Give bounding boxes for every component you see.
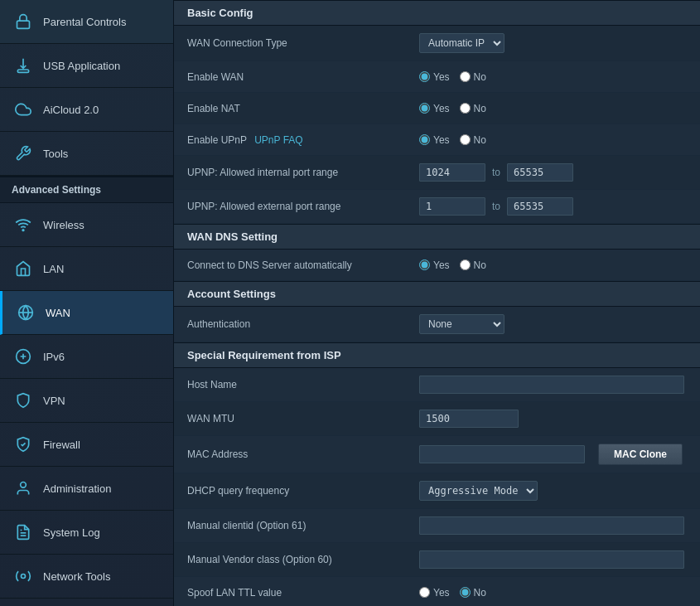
control-mac-address: MAC Clone — [419, 444, 687, 465]
radio-group-enable-upnp: Yes No — [419, 134, 486, 146]
label-wan-mtu: WAN MTU — [187, 413, 419, 424]
input-wan-mtu[interactable] — [419, 410, 519, 428]
sidebar-item-label: Firewall — [43, 439, 80, 451]
sidebar-item-system-log[interactable]: System Log — [0, 511, 173, 555]
control-manual-clientid — [419, 516, 687, 535]
label-dhcp-query-frequency: DHCP query frequency — [187, 485, 419, 497]
sidebar-item-label: USB Application — [43, 60, 120, 72]
cloud-icon — [12, 98, 35, 121]
input-upnp-external-to[interactable] — [507, 197, 573, 216]
range-separator: to — [492, 167, 500, 178]
input-mac-address[interactable] — [419, 445, 585, 463]
radio-spoof-lan-ttl-yes[interactable]: Yes — [419, 587, 450, 599]
row-enable-nat: Enable NAT Yes No — [174, 93, 700, 124]
sidebar-item-lan[interactable]: LAN — [0, 247, 173, 291]
radio-dns-auto-no[interactable]: No — [460, 259, 486, 271]
sidebar-item-label: Tools — [43, 148, 68, 160]
sidebar-item-label: LAN — [43, 263, 64, 275]
radio-dns-auto-yes[interactable]: Yes — [419, 259, 450, 271]
input-upnp-internal-from[interactable] — [419, 163, 485, 182]
sidebar-item-parental-controls[interactable]: Parental Controls — [0, 0, 173, 44]
upnp-faq-link[interactable]: UPnP FAQ — [254, 134, 302, 146]
control-authentication: None PAP CHAP MS-CHAP MS-CHAPv2 — [419, 314, 687, 334]
input-upnp-external-from[interactable] — [419, 197, 485, 216]
radio-enable-upnp-no[interactable]: No — [460, 134, 486, 146]
sidebar-item-network-tools[interactable]: Network Tools — [0, 555, 173, 599]
sidebar-item-administration[interactable]: Administration — [0, 467, 173, 511]
svg-point-1 — [22, 230, 24, 231]
shield-icon — [12, 433, 35, 456]
mac-clone-button[interactable]: MAC Clone — [598, 444, 683, 465]
input-host-name[interactable] — [419, 376, 684, 394]
svg-rect-0 — [17, 21, 30, 28]
label-host-name: Host Name — [187, 379, 419, 390]
row-upnp-internal-port: UPNP: Allowed internal port range to — [174, 156, 700, 190]
label-enable-wan: Enable WAN — [187, 71, 419, 83]
row-manual-vendor-class: Manual Vendor class (Option 60) — [174, 543, 700, 577]
radio-group-enable-wan: Yes No — [419, 71, 486, 83]
network-tools-icon — [12, 565, 35, 588]
input-manual-clientid[interactable] — [419, 516, 684, 535]
label-enable-nat: Enable NAT — [187, 103, 419, 114]
wifi-icon — [12, 213, 35, 236]
label-authentication: Authentication — [187, 318, 419, 330]
select-dhcp-query-frequency[interactable]: Aggressive Mode Normal Mode — [419, 481, 538, 501]
sidebar-item-label: Network Tools — [43, 570, 110, 583]
control-upnp-internal-port: to — [419, 163, 687, 182]
home-icon — [12, 257, 35, 280]
sidebar-item-label: Administration — [43, 482, 111, 495]
wrench-icon — [12, 142, 35, 165]
section-basic-config: Basic Config — [174, 0, 700, 26]
control-dhcp-query-frequency: Aggressive Mode Normal Mode — [419, 481, 687, 501]
label-manual-clientid: Manual clientid (Option 61) — [187, 520, 419, 531]
radio-group-connect-dns-auto: Yes No — [419, 259, 486, 271]
control-manual-vendor-class — [419, 550, 687, 569]
control-enable-nat: Yes No — [419, 103, 687, 114]
sidebar-item-label: Parental Controls — [43, 16, 126, 28]
sidebar-item-label: System Log — [43, 526, 100, 539]
sidebar-item-label: Wireless — [43, 219, 84, 231]
control-wan-connection-type: Automatic IP PPPoE Static IP PPTP L2TP — [419, 33, 687, 53]
sidebar-item-wireless[interactable]: Wireless — [0, 203, 173, 247]
row-upnp-external-port: UPNP: Allowed external port range to — [174, 190, 700, 224]
select-authentication[interactable]: None PAP CHAP MS-CHAP MS-CHAPv2 — [419, 314, 504, 334]
input-upnp-internal-to[interactable] — [507, 163, 573, 182]
row-enable-upnp: Enable UPnP UPnP FAQ Yes No — [174, 124, 700, 156]
label-upnp-internal-port: UPNP: Allowed internal port range — [187, 167, 419, 178]
row-wan-connection-type: WAN Connection Type Automatic IP PPPoE S… — [174, 26, 700, 61]
label-connect-dns-auto: Connect to DNS Server automatically — [187, 259, 419, 271]
log-icon — [12, 521, 35, 544]
vpn-icon — [12, 389, 35, 412]
row-enable-wan: Enable WAN Yes No — [174, 61, 700, 93]
section-account-settings: Account Settings — [174, 281, 700, 307]
lock-icon — [12, 10, 35, 33]
sidebar-item-aicloud[interactable]: AiCloud 2.0 — [0, 88, 173, 132]
sidebar-item-firewall[interactable]: Firewall — [0, 423, 173, 467]
sidebar-item-ipv6[interactable]: IPv6 — [0, 335, 173, 379]
sidebar-item-vpn[interactable]: VPN — [0, 379, 173, 423]
radio-enable-nat-yes[interactable]: Yes — [419, 103, 450, 114]
advanced-settings-header: Advanced Settings — [0, 176, 173, 203]
label-spoof-lan-ttl: Spoof LAN TTL value — [187, 587, 419, 599]
row-connect-dns-auto: Connect to DNS Server automatically Yes … — [174, 250, 700, 281]
radio-enable-wan-yes[interactable]: Yes — [419, 71, 450, 83]
input-manual-vendor-class[interactable] — [419, 550, 684, 569]
sidebar-item-tools[interactable]: Tools — [0, 132, 173, 176]
radio-enable-upnp-yes[interactable]: Yes — [419, 134, 450, 146]
sidebar-item-wan[interactable]: WAN — [0, 291, 173, 335]
radio-spoof-lan-ttl-no[interactable]: No — [460, 587, 486, 599]
label-enable-upnp: Enable UPnP UPnP FAQ — [187, 134, 419, 146]
svg-point-5 — [21, 482, 27, 488]
control-connect-dns-auto: Yes No — [419, 259, 687, 271]
globe-icon — [14, 301, 37, 324]
radio-enable-nat-no[interactable]: No — [460, 103, 486, 114]
row-authentication: Authentication None PAP CHAP MS-CHAP MS-… — [174, 307, 700, 342]
sidebar: Parental Controls USB Application AiClou… — [0, 0, 174, 606]
sidebar-advanced-items: Wireless LAN WAN IPv — [0, 203, 173, 599]
radio-group-spoof-lan-ttl: Yes No — [419, 587, 486, 599]
radio-enable-wan-no[interactable]: No — [460, 71, 486, 83]
sidebar-item-usb-application[interactable]: USB Application — [0, 44, 173, 88]
row-dhcp-query-frequency: DHCP query frequency Aggressive Mode Nor… — [174, 473, 700, 509]
row-manual-clientid: Manual clientid (Option 61) — [174, 509, 700, 543]
select-wan-connection-type[interactable]: Automatic IP PPPoE Static IP PPTP L2TP — [419, 33, 504, 53]
